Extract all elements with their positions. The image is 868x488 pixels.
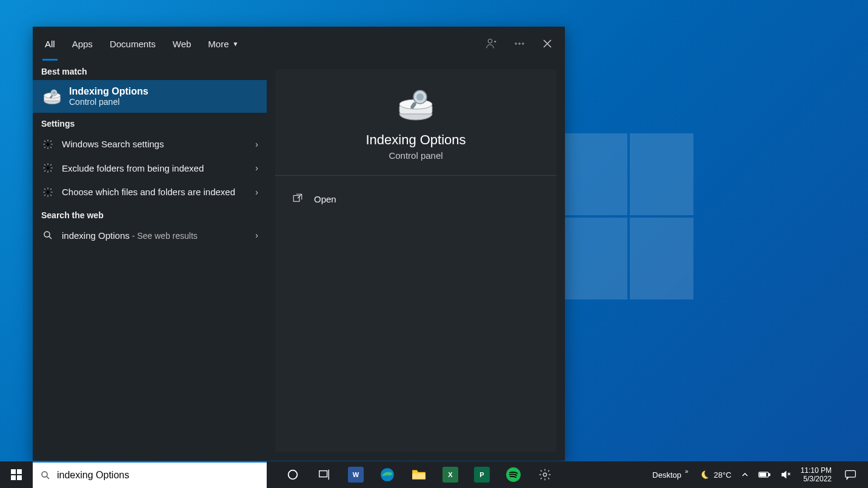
svg-rect-22	[17, 469, 22, 474]
svg-rect-24	[17, 475, 22, 480]
taskbar-task-view[interactable]	[310, 461, 338, 488]
search-panel: All Apps Documents Web More▼ Best	[33, 27, 565, 461]
indexing-options-icon	[395, 86, 437, 122]
tray-temperature: 28°C	[714, 470, 732, 480]
svg-point-0	[488, 39, 492, 44]
settings-item-choose-files[interactable]: Choose which files and folders are index…	[33, 180, 267, 204]
svg-rect-33	[769, 473, 770, 475]
search-panel-header: All Apps Documents Web More▼	[33, 27, 565, 61]
settings-item-label: Windows Search settings	[62, 138, 250, 150]
svg-point-25	[42, 472, 47, 477]
indexing-options-icon	[41, 87, 63, 105]
gear-icon	[41, 187, 55, 198]
tray-volume[interactable]	[775, 461, 796, 488]
folder-icon	[411, 468, 427, 481]
settings-item-search-settings[interactable]: Windows Search settings ›	[33, 132, 267, 156]
taskbar-publisher[interactable]: P	[468, 461, 496, 488]
account-icon[interactable]	[478, 30, 506, 58]
web-sub: - See web results	[130, 231, 198, 241]
tray-desktop-toolbar[interactable]: Desktop»	[647, 461, 693, 488]
excel-icon: X	[442, 467, 458, 483]
settings-item-exclude-folders[interactable]: Exclude folders from being indexed ›	[33, 156, 267, 181]
svg-rect-23	[11, 475, 16, 480]
chevron-right-icon: ›	[250, 187, 258, 197]
chevron-right-icon: ›	[250, 230, 258, 240]
tab-web[interactable]: Web	[164, 27, 200, 61]
more-options-icon[interactable]	[506, 30, 533, 58]
gear-icon	[41, 162, 55, 173]
svg-point-30	[506, 467, 521, 482]
taskbar-spotify[interactable]	[499, 461, 527, 488]
search-tabs: All Apps Documents Web More▼	[36, 27, 247, 61]
tray-desktop-label: Desktop	[652, 470, 681, 480]
svg-point-11	[47, 167, 50, 170]
detail-subtitle: Control panel	[389, 150, 442, 161]
open-icon	[292, 193, 305, 206]
tray-clock[interactable]: 11:10 PM 5/3/2022	[796, 461, 836, 488]
svg-point-13	[44, 232, 50, 237]
gear-icon	[538, 468, 552, 481]
spotify-icon	[506, 467, 521, 483]
search-input[interactable]	[57, 470, 259, 481]
section-web-search: Search the web	[33, 204, 267, 224]
gear-icon	[41, 139, 55, 150]
taskbar: W X P Desktop» 28°C 11:10 PM 5/3/2022	[0, 461, 868, 488]
windows-logo-background	[564, 133, 693, 299]
best-match-title: Indexing Options	[69, 86, 149, 97]
start-button[interactable]	[0, 461, 33, 488]
web-search-text: indexing Options - See web results	[62, 230, 250, 242]
detail-actions: Open	[275, 176, 556, 222]
svg-rect-34	[760, 473, 766, 476]
svg-rect-29	[412, 473, 426, 480]
taskbar-search-box[interactable]	[33, 461, 267, 488]
tab-all[interactable]: All	[36, 27, 64, 61]
svg-point-1	[515, 43, 517, 45]
tray-battery[interactable]	[753, 461, 775, 488]
taskbar-file-explorer[interactable]	[405, 461, 433, 488]
taskbar-edge[interactable]	[373, 461, 401, 488]
taskbar-word[interactable]: W	[342, 461, 370, 488]
open-action[interactable]: Open	[275, 187, 556, 212]
taskbar-settings[interactable]	[531, 461, 559, 488]
edge-icon	[379, 467, 395, 483]
open-label: Open	[314, 194, 336, 204]
results-column: Best match Indexing Options Control pane…	[33, 61, 267, 461]
chevron-right-icon: ›	[250, 139, 258, 149]
web-query: indexing Options	[62, 230, 130, 241]
tray-date: 5/3/2022	[801, 475, 832, 483]
svg-rect-21	[11, 469, 16, 474]
battery-icon	[758, 470, 770, 479]
taskbar-excel[interactable]: X	[436, 461, 464, 488]
svg-point-2	[519, 43, 521, 45]
close-icon[interactable]	[533, 30, 561, 58]
overflow-icon: »	[685, 468, 689, 475]
taskbar-cortana[interactable]	[279, 461, 307, 488]
notification-icon	[844, 469, 856, 480]
best-match-result[interactable]: Indexing Options Control panel	[33, 80, 267, 113]
tab-apps[interactable]: Apps	[64, 27, 101, 61]
tray-notifications[interactable]	[836, 461, 864, 488]
tab-more-label: More	[208, 39, 229, 49]
chevron-down-icon: ▼	[233, 41, 239, 47]
cortana-icon	[286, 468, 299, 481]
search-icon	[41, 230, 55, 241]
search-body: Best match Indexing Options Control pane…	[33, 61, 565, 461]
svg-point-31	[543, 473, 547, 476]
detail-card: Indexing Options Control panel Open	[275, 69, 556, 452]
settings-item-label: Exclude folders from being indexed	[62, 162, 250, 175]
taskbar-apps: W X P	[279, 461, 559, 488]
tab-documents[interactable]: Documents	[101, 27, 164, 61]
svg-point-10	[47, 143, 50, 146]
svg-point-18	[416, 93, 424, 101]
web-search-item[interactable]: indexing Options - See web results ›	[33, 224, 267, 248]
tab-more[interactable]: More▼	[199, 27, 247, 61]
detail-header: Indexing Options Control panel	[275, 69, 556, 176]
settings-item-label: Choose which files and folders are index…	[62, 186, 250, 198]
svg-rect-20	[293, 196, 299, 202]
svg-point-12	[47, 191, 50, 194]
svg-rect-27	[319, 471, 327, 477]
best-match-subtitle: Control panel	[69, 97, 149, 107]
tray-show-hidden-icons[interactable]	[736, 461, 753, 488]
tray-weather[interactable]: 28°C	[693, 461, 736, 488]
windows-icon	[11, 469, 22, 480]
